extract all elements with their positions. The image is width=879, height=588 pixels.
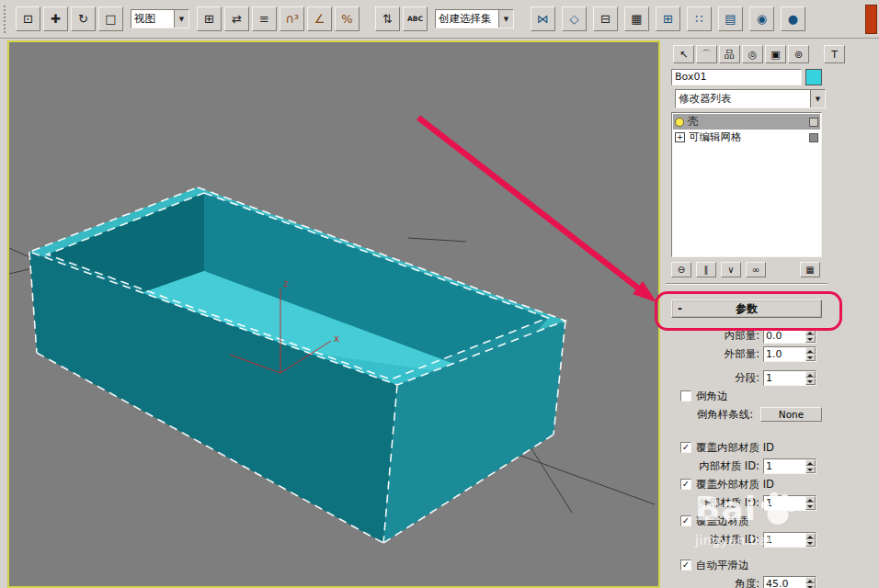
perspective-viewport[interactable]: z x bbox=[7, 40, 660, 588]
select-and-rotate-icon[interactable]: ↻ bbox=[71, 6, 96, 31]
render-icon[interactable]: ● bbox=[781, 6, 805, 31]
modifier-stack[interactable]: 壳 + 可编辑网格 bbox=[671, 112, 822, 257]
parameters-rollout-header[interactable]: - 参数 bbox=[671, 300, 822, 318]
spinner-arrows[interactable] bbox=[805, 459, 816, 473]
percent-snap-icon[interactable]: % bbox=[335, 6, 360, 31]
spinner-arrows[interactable] bbox=[805, 371, 816, 385]
override-outer-mat-checkbox[interactable]: ✓ bbox=[680, 479, 691, 490]
pin-stack-icon[interactable]: ⊖ bbox=[671, 262, 691, 277]
create-tab[interactable]: ↖ bbox=[673, 45, 694, 63]
named-selection-set-value: 创建选择集 bbox=[436, 12, 498, 26]
inner-amount-value[interactable]: 0.0 bbox=[764, 329, 805, 343]
remove-modifier-icon[interactable]: ∞ bbox=[746, 262, 766, 277]
select-object-icon[interactable]: ⊡ bbox=[16, 6, 40, 31]
param-bevel-spline: 倒角样条线: None bbox=[671, 406, 822, 423]
named-selection-set-dropdown[interactable]: 创建选择集 ▼ bbox=[435, 9, 514, 28]
checkbox-label: 覆盖外部材质 ID bbox=[696, 478, 774, 492]
stack-item-toggle[interactable] bbox=[809, 118, 818, 127]
stack-item-label: 壳 bbox=[688, 115, 805, 129]
reference-coordinate-dropdown[interactable]: 视图 ▼ bbox=[131, 9, 189, 28]
segments-spinner[interactable]: 1 bbox=[763, 370, 816, 386]
auto-smooth-checkbox[interactable]: ✓ bbox=[680, 560, 691, 571]
render-frame-icon[interactable]: ◉ bbox=[749, 6, 774, 31]
angle-spinner[interactable]: 45.0 bbox=[763, 576, 816, 588]
spinner-arrows[interactable] bbox=[805, 347, 816, 361]
dropdown-arrow-icon[interactable]: ▼ bbox=[174, 10, 188, 28]
expand-icon[interactable]: + bbox=[675, 132, 685, 142]
configure-modifier-sets-icon[interactable]: ▦ bbox=[800, 262, 820, 277]
schematic-view-icon[interactable]: ⊞ bbox=[656, 6, 680, 31]
angle-snap-icon[interactable]: ∠ bbox=[307, 6, 332, 31]
object-color-swatch[interactable] bbox=[805, 69, 822, 85]
display-tab[interactable]: ▣ bbox=[765, 45, 786, 63]
mirror-tool-icon[interactable]: ⋈ bbox=[531, 6, 555, 31]
stack-item-editable-mesh[interactable]: + 可编辑网格 bbox=[673, 130, 820, 145]
toolbar-drag-handle[interactable] bbox=[4, 6, 10, 33]
layers-icon[interactable]: ≡ bbox=[252, 6, 277, 31]
dropdown-arrow-icon[interactable]: ▼ bbox=[810, 90, 825, 107]
edge-mat-id-spinner[interactable]: 1 bbox=[763, 532, 816, 548]
dropdown-arrow-icon[interactable]: ▼ bbox=[498, 10, 513, 28]
spinner-arrows[interactable] bbox=[805, 496, 816, 510]
select-and-scale-icon[interactable]: □ bbox=[98, 6, 123, 31]
show-end-result-icon[interactable]: ∥ bbox=[696, 262, 716, 277]
param-label: 外部量: bbox=[671, 347, 763, 361]
spinner-arrows[interactable] bbox=[805, 329, 816, 343]
outer-amount-spinner[interactable]: 1.0 bbox=[763, 346, 816, 362]
curve-editor-icon[interactable]: ▦ bbox=[624, 6, 649, 31]
select-and-move-icon[interactable]: ✚ bbox=[43, 6, 68, 31]
modifier-enabled-bulb-icon[interactable] bbox=[675, 118, 684, 127]
object-name-field[interactable]: Box01 bbox=[671, 69, 802, 85]
param-angle: 角度: 45.0 bbox=[671, 575, 822, 588]
layer-manager-icon[interactable]: ⊟ bbox=[593, 6, 618, 31]
command-panel: ↖⌒品◎▣⊚T Box01 修改器列表 ▼ 壳 + 可编辑网格 ⊖∥∨∞▦ bbox=[666, 40, 879, 588]
stack-item-toggle[interactable] bbox=[809, 133, 818, 142]
outer-mat-id-spinner[interactable]: 1 bbox=[763, 495, 816, 511]
param-override-edge-mat: ✓ 覆盖边材质 bbox=[671, 513, 822, 529]
param-outer-amount: 外部量: 1.0 bbox=[671, 345, 822, 362]
edge-mat-id-value[interactable]: 1 bbox=[764, 533, 805, 547]
outer-amount-value[interactable]: 1.0 bbox=[764, 347, 805, 361]
viewport-canvas[interactable]: z x bbox=[9, 42, 658, 586]
align-icon[interactable]: ◇ bbox=[562, 6, 587, 31]
modify-tab[interactable]: ⌒ bbox=[696, 45, 717, 63]
transform-tools-group: ⊡✚↻□ bbox=[16, 6, 123, 31]
bevel-spline-none-button[interactable]: None bbox=[760, 407, 822, 422]
stack-item-shell[interactable]: 壳 bbox=[673, 114, 820, 130]
param-override-outer-mat: ✓ 覆盖外部材质 ID bbox=[671, 476, 822, 492]
snap-3d-icon[interactable]: ∩³ bbox=[280, 6, 304, 31]
clipped-toolbar-icon[interactable] bbox=[865, 5, 877, 34]
override-edge-mat-checkbox[interactable]: ✓ bbox=[680, 515, 691, 526]
param-inner-amount: 内部量: 0.0 bbox=[671, 327, 822, 344]
render-setup-icon[interactable]: ▤ bbox=[718, 6, 743, 31]
param-label: 分段: bbox=[671, 371, 763, 385]
panel-divider bbox=[666, 283, 828, 285]
override-inner-mat-checkbox[interactable]: ✓ bbox=[680, 442, 691, 453]
hierarchy-tab[interactable]: 品 bbox=[719, 45, 740, 63]
segments-value[interactable]: 1 bbox=[764, 371, 805, 385]
bevel-edges-checkbox[interactable] bbox=[680, 390, 691, 401]
mirror-selected-icon[interactable]: ⇄ bbox=[224, 6, 249, 31]
inner-mat-id-value[interactable]: 1 bbox=[764, 459, 805, 473]
edit-named-selection-icon[interactable]: ABC bbox=[403, 6, 428, 31]
inner-amount-spinner[interactable]: 0.0 bbox=[763, 328, 816, 344]
spinner-arrows[interactable] bbox=[805, 577, 816, 588]
spinner-snap-icon[interactable]: ⇅ bbox=[375, 6, 400, 31]
motion-tab[interactable]: ◎ bbox=[742, 45, 763, 63]
inner-mat-id-spinner[interactable]: 1 bbox=[763, 458, 816, 474]
angle-value[interactable]: 45.0 bbox=[764, 577, 805, 588]
make-unique-icon[interactable]: ∨ bbox=[721, 262, 741, 277]
main-toolbar: ⊡✚↻□ 视图 ▼ ⊞⇄≡∩³∠%⇅ABC 创建选择集 ▼ ⋈◇⊟▦⊞∷▤◉● bbox=[0, 0, 879, 39]
modifier-list-dropdown[interactable]: 修改器列表 ▼ bbox=[675, 89, 826, 108]
shell-box-object[interactable] bbox=[29, 187, 565, 543]
outer-mat-id-value[interactable]: 1 bbox=[764, 496, 805, 510]
spinner-arrows[interactable] bbox=[805, 533, 816, 547]
utilities-tab[interactable]: ⊚ bbox=[788, 45, 809, 63]
use-center-icon[interactable]: ⊞ bbox=[197, 6, 222, 31]
modifier-list-label: 修改器列表 bbox=[676, 92, 810, 106]
param-inner-mat-id: 内部材质 ID: 1 bbox=[671, 458, 822, 474]
render-tools-group: ⋈◇⊟▦⊞∷▤◉● bbox=[531, 6, 805, 31]
rollout-title: 参数 bbox=[736, 301, 758, 317]
material-editor-icon[interactable]: ∷ bbox=[687, 6, 712, 31]
utilities-hammer-icon[interactable]: T bbox=[824, 45, 845, 63]
